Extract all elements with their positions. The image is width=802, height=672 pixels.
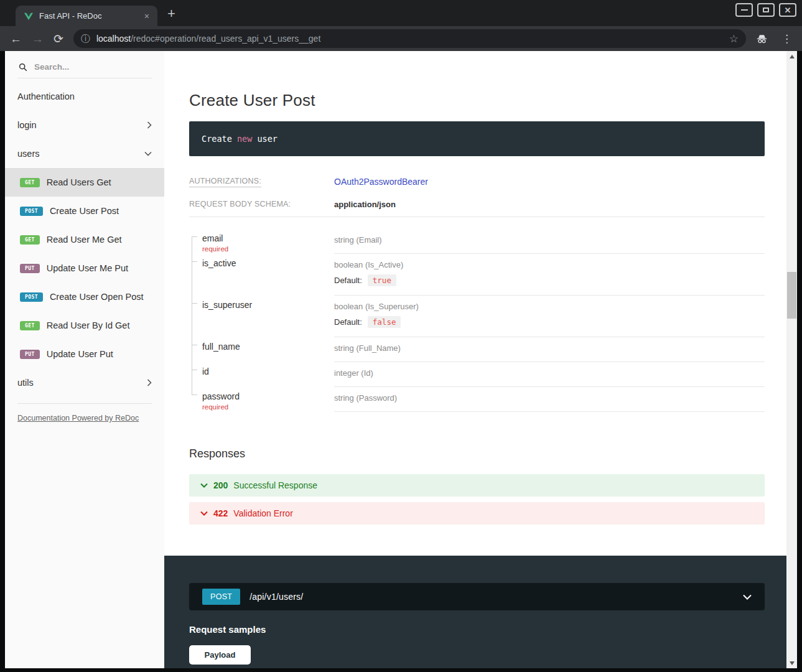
browser-tab[interactable]: Fast API - ReDoc × (16, 6, 157, 26)
schema-table: email required string (Email) is_active … (189, 229, 765, 412)
request-samples-title: Request samples (189, 624, 765, 635)
reload-icon[interactable]: ⟳ (54, 33, 63, 45)
sidebar-item-read-users-get[interactable]: GET Read Users Get (5, 168, 164, 197)
method-badge-get: GET (20, 235, 40, 245)
method-badge-put: PUT (20, 264, 40, 273)
window-close-icon[interactable]: ✕ (779, 3, 796, 17)
url-text[interactable]: localhost/redoc#operation/read_users_api… (96, 34, 723, 44)
browser-toolbar: ← → ⟳ ⓘ localhost/redoc#operation/read_u… (0, 26, 802, 51)
sidebar-item-users[interactable]: users (5, 139, 164, 168)
field-name: full_name (202, 342, 334, 352)
scroll-down-icon[interactable] (786, 658, 797, 668)
endpoint-path: /api/v1/users/ (249, 592, 303, 602)
sidebar-item-label: Read User Me Get (47, 235, 122, 245)
oauth-link[interactable]: OAuth2PasswordBearer (334, 177, 428, 187)
chevron-down-icon (743, 594, 752, 600)
sidebar-item-read-user-by-id-get[interactable]: GET Read User By Id Get (5, 311, 164, 340)
sidebar: Authentication login users GET Read User… (5, 51, 164, 668)
endpoint-dropdown[interactable]: POST /api/v1/users/ (189, 583, 765, 610)
field-type: string (Full_Name) (334, 337, 765, 362)
request-body-mime: application/json (334, 200, 396, 209)
field-name: email (202, 233, 334, 243)
field-type: boolean (Is_Active) (334, 260, 765, 269)
chevron-right-icon (147, 379, 152, 386)
default-value: false (368, 316, 401, 328)
url-bar[interactable]: ⓘ localhost/redoc#operation/read_users_a… (73, 29, 746, 48)
sidebar-item-create-user-post[interactable]: POST Create User Post (5, 197, 164, 225)
sidebar-item-utils[interactable]: utils (5, 368, 164, 397)
chevron-down-icon (200, 511, 208, 516)
field-name: is_superuser (202, 300, 334, 310)
search-icon (19, 63, 27, 72)
field-type: string (Email) (334, 229, 765, 254)
sidebar-item-label: login (17, 120, 37, 130)
response-label: Validation Error (233, 508, 292, 518)
sidebar-item-update-user-me-put[interactable]: PUT Update User Me Put (5, 254, 164, 282)
method-badge-post: POST (202, 589, 240, 605)
response-200-banner[interactable]: 200 Successful Response (189, 474, 765, 497)
sidebar-item-update-user-put[interactable]: PUT Update User Put (5, 340, 164, 368)
title-bar: Fast API - ReDoc × + ✕ (0, 0, 802, 26)
response-422-banner[interactable]: 422 Validation Error (189, 502, 765, 525)
sidebar-footer: Documentation Powered by ReDoc (17, 403, 152, 423)
url-path: /redoc#operation/read_users_api_v1_users… (131, 34, 320, 44)
response-label: Successful Response (233, 480, 317, 490)
field-type: boolean (Is_Superuser) (334, 302, 765, 311)
search-input[interactable] (33, 62, 139, 72)
bookmark-star-icon[interactable]: ☆ (729, 32, 739, 45)
sidebar-item-label: Create User Post (50, 206, 119, 216)
samples-panel: POST /api/v1/users/ Request samples Payl… (164, 556, 786, 668)
back-icon[interactable]: ← (10, 33, 22, 45)
chevron-right-icon (147, 121, 152, 129)
default-value: true (368, 274, 396, 286)
sidebar-item-label: Update User Me Put (47, 263, 128, 273)
browser-menu-icon[interactable]: ⋮ (778, 32, 796, 45)
maximize-icon[interactable] (757, 3, 775, 17)
field-row-id: id integer (Id) (189, 362, 765, 387)
redoc-footer-link[interactable]: Documentation Powered by ReDoc (17, 414, 139, 422)
method-badge-post: POST (20, 292, 43, 302)
method-badge-get: GET (20, 178, 40, 187)
field-row-email: email required string (Email) (189, 229, 765, 254)
sidebar-item-label: Create User Open Post (50, 292, 144, 302)
authorizations-label: AUTHORIZATIONS: (189, 177, 334, 185)
forward-icon[interactable]: → (32, 33, 44, 45)
field-type: string (Password) (334, 387, 765, 412)
sidebar-item-read-user-me-get[interactable]: GET Read User Me Get (5, 225, 164, 254)
scrollbar-thumb[interactable] (787, 272, 796, 319)
sidebar-item-create-user-open-post[interactable]: POST Create User Open Post (5, 282, 164, 311)
new-tab-icon[interactable]: + (167, 6, 175, 22)
chevron-down-icon (144, 151, 152, 156)
sidebar-item-login[interactable]: login (5, 111, 164, 139)
default-label: Default: (334, 276, 362, 285)
incognito-icon (756, 34, 768, 44)
sidebar-item-authentication[interactable]: Authentication (5, 82, 164, 111)
page-scrollbar[interactable] (786, 51, 797, 668)
favicon (24, 11, 34, 21)
minimize-icon[interactable] (735, 3, 753, 17)
method-badge-get: GET (20, 321, 40, 330)
site-info-icon[interactable]: ⓘ (81, 33, 90, 45)
url-host: localhost (96, 34, 131, 44)
chevron-down-icon (200, 483, 208, 488)
response-code: 422 (213, 508, 228, 518)
field-row-is-superuser: is_superuser boolean (Is_Superuser) Defa… (189, 296, 765, 337)
browser-window: Fast API - ReDoc × + ✕ ← → ⟳ ⓘ localhost… (0, 0, 802, 672)
field-name: password (202, 391, 334, 401)
operation-description-code: Create new user (189, 121, 765, 156)
field-type: integer (Id) (334, 362, 765, 387)
sidebar-item-label: Authentication (17, 91, 75, 101)
page-title: Create User Post (189, 91, 765, 110)
search-box[interactable] (17, 51, 152, 78)
method-badge-post: POST (20, 207, 43, 216)
field-name: id (202, 366, 334, 376)
sidebar-item-label: Read User By Id Get (47, 320, 130, 330)
field-row-password: password required string (Password) (189, 387, 765, 412)
payload-tab[interactable]: Payload (189, 645, 251, 665)
required-label: required (202, 403, 334, 411)
scroll-up-icon[interactable] (786, 52, 797, 61)
response-code: 200 (213, 480, 228, 490)
field-row-full-name: full_name string (Full_Name) (189, 337, 765, 362)
tab-close-icon[interactable]: × (142, 11, 151, 21)
required-label: required (202, 245, 334, 253)
